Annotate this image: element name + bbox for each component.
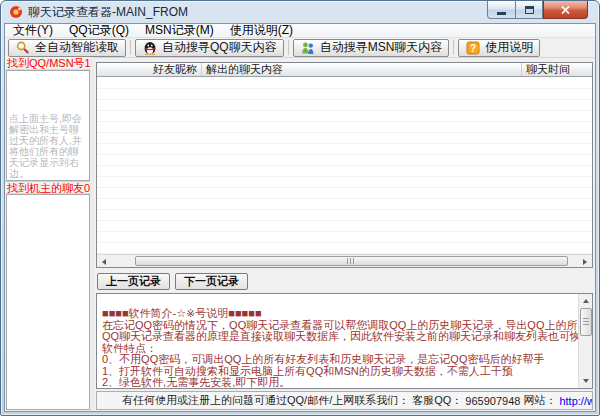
msn-icon (300, 40, 316, 56)
app-window: 聊天记录查看器-MAIN_FROM 文件(Y) QQ记录(Q) MSN记录(M)… (0, 0, 600, 416)
toolbar-separator (130, 40, 131, 55)
search-msn-button[interactable]: 自动搜寻MSN聊天内容 (293, 39, 450, 57)
search-msn-label: 自动搜寻MSN聊天内容 (320, 39, 443, 56)
scroll-down-button[interactable] (580, 375, 592, 387)
chat-table-body[interactable] (97, 78, 592, 254)
status-qq-label: 客服QQ： (412, 393, 462, 408)
scroll-grip-icon (583, 318, 589, 327)
sidebar: 找到QQ/MSN号1个 点上面主号,即会解密出和主号聊过天的所有人,并将他们所有… (5, 57, 90, 411)
column-content[interactable]: 解出的聊天内容 (202, 63, 522, 76)
menu-help[interactable]: 使用说明(Z) (222, 24, 301, 37)
accounts-list[interactable]: 点上面主号,即会解密出和主号聊过天的所有人,并将他们所有的聊天记录显示到右边。 (6, 70, 90, 181)
horizontal-scroll-thumb[interactable] (135, 256, 568, 266)
friends-list[interactable] (6, 194, 90, 410)
column-nickname[interactable]: 好友昵称 (97, 63, 202, 76)
close-button[interactable] (543, 1, 588, 19)
caption-buttons (487, 1, 588, 19)
about-line: ■■■■软件简介-☆※号说明■■■■■ (102, 308, 576, 320)
scroll-up-button[interactable] (580, 295, 592, 307)
toolbar-separator (453, 40, 454, 55)
accounts-hint: 点上面主号,即会解密出和主号聊过天的所有人,并将他们所有的聊天记录显示到右边。 (9, 113, 88, 179)
client-area: 文件(Y) QQ记录(Q) MSN记录(M) 使用说明(Z) 全自动智能读取 (4, 23, 596, 412)
qq-penguin-icon (142, 40, 158, 56)
arrow-up-icon (583, 299, 589, 303)
maximize-button[interactable] (516, 1, 543, 19)
about-text: ■■■■软件简介-☆※号说明■■■■■ 在忘记QQ密码的情况下，QQ聊天记录查看… (102, 308, 576, 389)
help-label: 使用说明 (485, 39, 533, 56)
column-time[interactable]: 聊天时间 (522, 63, 592, 76)
vertical-scroll-thumb[interactable] (580, 308, 592, 336)
toolbar: 全自动智能读取 自动搜寻QQ聊天内容 (5, 38, 595, 58)
main-panel: 好友昵称 解出的聊天内容 聊天时间 上一页记录 下一页记录 ■■■■软件简介-☆… (94, 57, 593, 410)
horizontal-scrollbar[interactable] (97, 254, 592, 267)
menu-file[interactable]: 文件(Y) (5, 24, 61, 37)
help-icon: ? (465, 40, 481, 56)
about-line: 2、绿色软件,无需事先安装,即下即用。 (102, 377, 576, 389)
about-line: 0、不用QQ密码，可调出QQ上的所有好友列表和历史聊天记录，是忘记QQ密码后的好… (102, 354, 576, 366)
about-line: QQ聊天记录查看器的原理是直接读取聊天数据库，因此软件安装之前的聊天记录和聊友列… (102, 331, 576, 343)
auto-read-icon (15, 40, 31, 56)
menu-qq-records[interactable]: QQ记录(Q) (61, 24, 137, 37)
friends-header: 找到机主的聊友0个 (5, 181, 90, 194)
next-page-button[interactable]: 下一页记录 (175, 273, 248, 290)
scroll-left-button[interactable] (98, 256, 110, 267)
minimize-icon (497, 12, 506, 15)
prev-page-button[interactable]: 上一页记录 (97, 273, 170, 290)
auto-read-button[interactable]: 全自动智能读取 (8, 39, 126, 57)
accounts-header: 找到QQ/MSN号1个 (5, 57, 90, 70)
toolbar-separator (288, 40, 289, 55)
help-button[interactable]: ? 使用说明 (458, 39, 540, 57)
status-site-label: 网站： (523, 393, 556, 408)
menu-msn-records[interactable]: MSN记录(M) (137, 24, 222, 37)
chat-table-header: 好友昵称 解出的聊天内容 聊天时间 (97, 63, 592, 77)
website-link[interactable]: http://www.qqltjl.cn (559, 395, 593, 407)
search-qq-label: 自动搜寻QQ聊天内容 (162, 39, 277, 56)
status-message: 有任何使用或注册上的问题可通过QQ/邮件/上网联系我们： (122, 393, 409, 408)
status-qq-number: 965907948 (465, 395, 520, 407)
maximize-icon (525, 6, 534, 14)
pager: 上一页记录 下一页记录 (97, 273, 248, 290)
about-box[interactable]: ■■■■软件简介-☆※号说明■■■■■ 在忘记QQ密码的情况下，QQ聊天记录查看… (96, 293, 593, 389)
vertical-scrollbar[interactable] (578, 294, 592, 388)
scroll-right-button[interactable] (579, 256, 591, 267)
arrow-left-icon (102, 259, 106, 265)
minimize-button[interactable] (487, 1, 516, 19)
svg-text:?: ? (470, 43, 476, 54)
statusbar: 有任何使用或注册上的问题可通过QQ/邮件/上网联系我们： 客服QQ： 96590… (96, 391, 593, 410)
scroll-grip-icon (347, 258, 356, 264)
search-qq-button[interactable]: 自动搜寻QQ聊天内容 (135, 39, 284, 57)
window-title: 聊天记录查看器-MAIN_FROM (28, 4, 188, 21)
arrow-down-icon (583, 379, 589, 383)
menubar: 文件(Y) QQ记录(Q) MSN记录(M) 使用说明(Z) (5, 24, 595, 38)
close-icon (561, 6, 570, 14)
auto-read-label: 全自动智能读取 (35, 39, 119, 56)
app-icon[interactable] (9, 5, 23, 19)
chat-table: 好友昵称 解出的聊天内容 聊天时间 (96, 62, 593, 268)
arrow-right-icon (583, 259, 587, 265)
